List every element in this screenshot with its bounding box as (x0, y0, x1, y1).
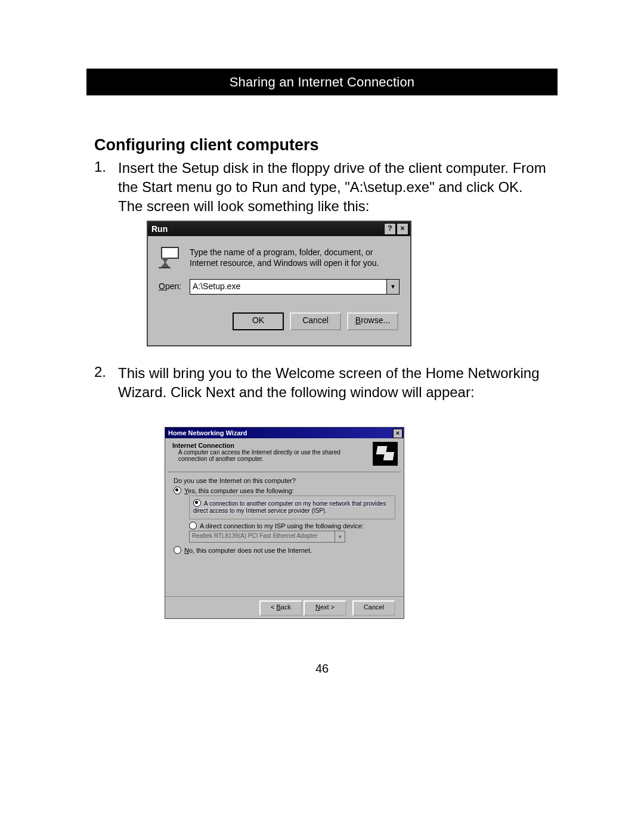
radio-icon-selected[interactable] (193, 499, 201, 507)
wizard-header-title: Internet Connection (172, 442, 399, 449)
dropdown-icon[interactable]: ▾ (335, 531, 345, 542)
sub-option-b[interactable]: A direct connection to my ISP using the … (189, 522, 395, 529)
radio-icon[interactable] (189, 522, 197, 529)
yes-rest: es, this computer uses the following: (188, 487, 293, 494)
next-button[interactable]: Next > (304, 600, 346, 616)
wizard-buttons: < Back Next > Cancel (165, 596, 404, 618)
device-name: Realtek RTL8139(A) PCI Fast Ethernet Ada… (192, 532, 317, 539)
radio-icon-selected[interactable] (174, 487, 181, 494)
network-icon (373, 442, 398, 466)
help-icon[interactable]: ? (384, 223, 396, 235)
list-text-2: This will bring you to the Welcome scree… (118, 364, 547, 402)
wizard-question: Do you use the Internet on this computer… (174, 477, 395, 484)
back-rest: ack (281, 603, 291, 611)
chapter-banner: Sharing an Internet Connection (86, 69, 558, 95)
back-access: B (277, 603, 281, 611)
next-access: N (315, 603, 320, 611)
sub-a-text: A connection to another computer on my h… (193, 500, 386, 514)
run-titlebar: Run ? × (148, 222, 410, 236)
no-rest: o, this computer does not use the Intern… (189, 547, 312, 554)
open-label-rest: pen: (165, 281, 181, 291)
wizard-body: Do you use the Internet on this computer… (165, 472, 404, 560)
radio-icon[interactable] (174, 546, 181, 554)
run-body: Type the name of a program, folder, docu… (148, 236, 410, 341)
option-no[interactable]: No, this computer does not use the Inter… (174, 546, 395, 554)
run-dialog: Run ? × Type the name of a program, fold… (147, 221, 411, 346)
list-number-2: 2. (94, 364, 106, 380)
ok-button[interactable]: OK (233, 312, 284, 330)
document-page: Sharing an Internet Connection Configuri… (0, 0, 644, 833)
list-text-1: Insert the Setup disk in the floppy driv… (118, 159, 547, 216)
run-icon (159, 247, 179, 267)
close-icon[interactable]: × (393, 429, 402, 438)
run-message: Type the name of a program, folder, docu… (190, 247, 398, 268)
browse-button[interactable]: Browse... (347, 312, 398, 330)
sub-option-a[interactable]: A connection to another computer on my h… (193, 499, 391, 514)
wizard-title-text: Home Networking Wizard (168, 429, 247, 436)
sub-option-a-group: A connection to another computer on my h… (189, 496, 395, 519)
option-yes[interactable]: Yes, this computer uses the following: (174, 487, 395, 494)
sub-b-text: A direct connection to my ISP using the … (200, 522, 364, 529)
close-icon[interactable]: × (397, 223, 408, 235)
open-label: Open: (159, 281, 181, 291)
cancel-button[interactable]: Cancel (290, 312, 341, 330)
back-lt: < (271, 603, 276, 611)
wizard-header: Internet Connection A computer can acces… (165, 438, 404, 472)
page-number: 46 (0, 662, 644, 676)
wizard-header-sub: A computer can access the Internet direc… (178, 449, 363, 462)
open-input-value: A:\Setup.exe (193, 281, 240, 291)
open-label-access: O (159, 281, 165, 291)
section-heading: Configuring client computers (94, 136, 319, 154)
dropdown-icon[interactable]: ▼ (386, 280, 399, 294)
next-rest: ext > (320, 603, 335, 611)
back-button[interactable]: < Back (259, 600, 302, 616)
device-dropdown[interactable]: Realtek RTL8139(A) PCI Fast Ethernet Ada… (189, 531, 345, 543)
run-title-text: Run (151, 224, 168, 234)
no-access: N (184, 547, 189, 554)
list-number-1: 1. (94, 159, 106, 175)
browse-access: B (355, 315, 361, 325)
wizard-titlebar: Home Networking Wizard × (165, 428, 404, 438)
wizard-dialog: Home Networking Wizard × Internet Connec… (165, 427, 404, 619)
open-input[interactable]: A:\Setup.exe ▼ (190, 279, 400, 295)
browse-rest: rowse... (361, 315, 390, 325)
cancel-button[interactable]: Cancel (352, 600, 395, 616)
